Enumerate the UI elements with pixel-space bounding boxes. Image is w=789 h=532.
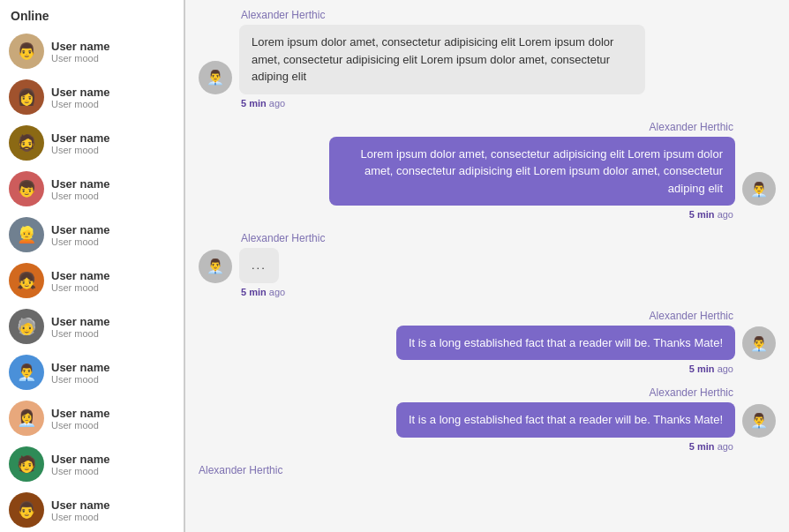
sidebar-title: Online (0, 0, 184, 28)
avatar-chat: 👨‍💼 (199, 250, 232, 283)
message-bubble: It is a long established fact that a rea… (396, 326, 735, 361)
user-info: User name User mood (51, 86, 109, 109)
user-name: User name (51, 498, 109, 512)
avatar: 👨 (9, 492, 44, 528)
user-name: User name (51, 361, 109, 374)
user-name: User name (51, 40, 109, 53)
sender-name: Alexander Herthic (241, 232, 325, 244)
message-timestamp: 5 min ago (241, 287, 285, 297)
avatar: 👩 (9, 79, 44, 115)
bubble-row: Lorem ipsum dolor amet, consectetur adip… (329, 137, 776, 206)
message-bubble: ... (239, 248, 279, 283)
user-mood: User mood (51, 466, 109, 476)
sidebar: Online 👨 User name User mood 👩 User name… (0, 0, 185, 532)
bubble-row: 👨‍💼 ... (199, 248, 279, 283)
chat-area: Alexander Herthic 👨‍💼 Lorem ipsum dolor … (185, 0, 789, 532)
avatar: 👦 (9, 171, 44, 206)
user-info: User name User mood (51, 40, 109, 64)
user-info: User name User mood (51, 498, 109, 522)
bubble-row: 👨‍💼 Lorem ipsum dolor amet, consectetur … (199, 25, 645, 94)
avatar: 👨‍💼 (9, 355, 44, 390)
user-mood: User mood (51, 374, 109, 385)
avatar-chat: 👨‍💼 (742, 172, 776, 206)
user-info: User name User mood (51, 131, 109, 155)
user-name: User name (51, 315, 109, 328)
user-name: User name (51, 407, 109, 420)
message-bubble: Lorem ipsum dolor amet, consectetur adip… (239, 25, 645, 94)
avatar: 👩‍💼 (9, 401, 44, 436)
avatar: 🧓 (9, 309, 44, 344)
avatar: 👱 (9, 217, 44, 252)
sender-name: Alexander Herthic (241, 9, 325, 21)
bubble-row: It is a long established fact that a rea… (396, 326, 776, 361)
avatar: 👧 (9, 263, 44, 298)
user-mood: User mood (51, 53, 109, 64)
avatar-chat: 👨‍💼 (742, 404, 776, 438)
user-list: 👨 User name User mood 👩 User name User m… (0, 28, 184, 532)
user-info: User name User mood (51, 177, 109, 201)
user-item-7[interactable]: 🧓 User name User mood (0, 303, 184, 349)
user-mood: User mood (51, 328, 109, 339)
message-bubble: Lorem ipsum dolor amet, consectetur adip… (329, 137, 735, 206)
user-name: User name (51, 269, 109, 282)
avatar-chat: 👨‍💼 (742, 326, 776, 360)
message-timestamp: 5 min ago (689, 441, 733, 452)
user-name: User name (51, 86, 109, 99)
message-group-1: Alexander Herthic 👨‍💼 Lorem ipsum dolor … (199, 9, 776, 109)
user-info: User name User mood (51, 361, 109, 385)
avatar-chat: 👨‍💼 (199, 61, 232, 94)
message-timestamp: 5 min ago (689, 209, 733, 220)
message-bubble: It is a long established fact that a rea… (396, 402, 735, 438)
sender-name: Alexander Herthic (650, 386, 733, 399)
sender-name: Alexander Herthic (650, 121, 733, 133)
user-mood: User mood (51, 282, 109, 293)
bubble-row: It is a long established fact that a rea… (396, 402, 776, 438)
avatar: 🧑 (9, 446, 44, 482)
user-info: User name User mood (51, 223, 109, 247)
user-info: User name User mood (51, 315, 109, 339)
user-item-3[interactable]: 🧔 User name User mood (0, 120, 184, 166)
user-mood: User mood (51, 99, 109, 109)
message-group-3: Alexander Herthic 👨‍💼 ... 5 min ago (199, 232, 776, 297)
message-group-5: Alexander Herthic It is a long establish… (199, 386, 776, 452)
user-mood: User mood (51, 512, 109, 522)
user-item-1[interactable]: 👨 User name User mood (0, 28, 184, 74)
user-name: User name (51, 131, 109, 145)
user-item-4[interactable]: 👦 User name User mood (0, 166, 184, 212)
user-name: User name (51, 177, 109, 191)
user-item-8[interactable]: 👨‍💼 User name User mood (0, 349, 184, 395)
user-mood: User mood (51, 191, 109, 201)
user-item-10[interactable]: 🧑 User name User mood (0, 441, 184, 487)
user-mood: User mood (51, 420, 109, 431)
avatar: 🧔 (9, 125, 44, 161)
user-item-9[interactable]: 👩‍💼 User name User mood (0, 395, 184, 441)
user-name: User name (51, 223, 109, 236)
user-name: User name (51, 453, 109, 466)
user-item-5[interactable]: 👱 User name User mood (0, 212, 184, 258)
avatar: 👨 (9, 34, 44, 69)
message-timestamp: 5 min ago (689, 363, 733, 374)
user-info: User name User mood (51, 407, 109, 431)
user-mood: User mood (51, 236, 109, 247)
user-item-2[interactable]: 👩 User name User mood (0, 74, 184, 120)
sender-name-bottom: Alexander Herthic (199, 464, 776, 476)
user-info: User name User mood (51, 453, 109, 476)
chat-messages: Alexander Herthic 👨‍💼 Lorem ipsum dolor … (199, 9, 776, 476)
user-item-6[interactable]: 👧 User name User mood (0, 258, 184, 303)
user-mood: User mood (51, 145, 109, 155)
message-timestamp: 5 min ago (241, 98, 285, 109)
message-group-2: Alexander Herthic Lorem ipsum dolor amet… (199, 121, 776, 221)
message-group-4: Alexander Herthic It is a long establish… (199, 310, 776, 375)
user-item-11[interactable]: 👨 User name User mood (0, 487, 184, 532)
user-info: User name User mood (51, 269, 109, 293)
sender-name: Alexander Herthic (650, 310, 733, 322)
